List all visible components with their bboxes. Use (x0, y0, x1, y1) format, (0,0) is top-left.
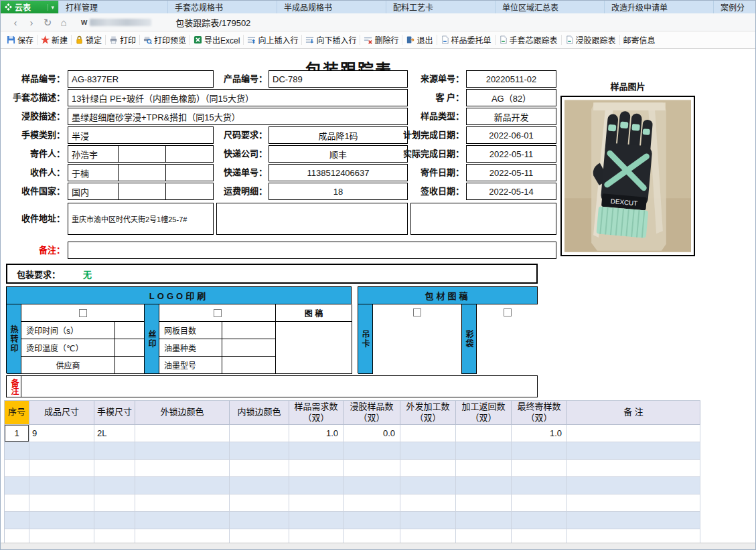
customer-field[interactable]: AG（82） (466, 89, 556, 106)
empty-cell[interactable] (135, 442, 230, 460)
sender-field-2[interactable] (118, 145, 166, 163)
empty-cell[interactable] (512, 460, 567, 477)
table-cell-final-qty[interactable]: 1.0 (512, 425, 567, 442)
yunbiao-logo-button[interactable]: 云表 ▾ (1, 1, 58, 13)
empty-cell[interactable] (289, 512, 344, 529)
sender-field[interactable]: 孙浩宇 (68, 145, 119, 163)
empty-cell[interactable] (456, 529, 512, 544)
supplier-value[interactable] (115, 357, 145, 374)
table-cell-seq[interactable]: 1 (5, 425, 29, 442)
dip-desc-field[interactable]: 墨绿超细磨砂掌浸+TPR&搭扣（同15大货） (68, 108, 408, 125)
empty-cell[interactable] (512, 442, 567, 460)
empty-cell[interactable] (289, 494, 344, 512)
empty-cell[interactable] (456, 477, 512, 494)
empty-cell[interactable] (456, 494, 512, 512)
empty-cell[interactable] (94, 442, 135, 460)
tab-semi-finished-spec[interactable]: 半成品规格书 (277, 1, 386, 13)
empty-cell[interactable] (567, 477, 700, 494)
empty-cell[interactable] (230, 460, 289, 477)
mold-type-field[interactable]: 半浸 (68, 126, 214, 144)
size-req-field[interactable]: 成品降1码 (269, 126, 408, 144)
remark-field[interactable] (68, 242, 556, 259)
ink-model-value[interactable] (222, 357, 276, 374)
empty-cell[interactable] (230, 512, 289, 529)
empty-cell[interactable] (135, 512, 230, 529)
heat-transfer-checkbox[interactable] (79, 309, 87, 317)
address-extra-field-2[interactable] (410, 203, 556, 235)
courier-field[interactable]: 顺丰 (269, 145, 408, 163)
save-button[interactable]: 保存 (3, 31, 37, 48)
empty-cell[interactable] (94, 477, 135, 494)
empty-cell[interactable] (456, 442, 512, 460)
empty-cell[interactable] (344, 442, 400, 460)
heat-time-value[interactable] (115, 322, 145, 339)
empty-cell[interactable] (512, 512, 567, 529)
address-extra-field[interactable] (216, 203, 408, 235)
empty-cell[interactable] (5, 442, 29, 460)
empty-cell[interactable] (512, 529, 567, 544)
empty-cell[interactable] (400, 494, 456, 512)
empty-cell[interactable] (29, 477, 94, 494)
table-cell-inner-lock-color[interactable] (230, 425, 289, 442)
empty-cell[interactable] (567, 494, 700, 512)
packaging-remark-box[interactable]: 备注 (6, 375, 538, 397)
new-button[interactable]: 新建 (37, 31, 71, 48)
tab-case-analysis[interactable]: 案例分 (713, 1, 755, 13)
empty-cell[interactable] (512, 494, 567, 512)
table-cell-outer-lock-color[interactable] (135, 425, 230, 442)
tab-glove-core-spec[interactable]: 手套芯规格书 (167, 1, 277, 13)
country-field-3[interactable] (165, 183, 214, 200)
heat-temp-value[interactable] (115, 339, 145, 357)
silk-print-checkbox[interactable] (214, 309, 222, 317)
tab-ingredient-card[interactable]: 配料工艺卡 (386, 1, 495, 13)
packaging-requirement-value[interactable]: 无 (83, 268, 92, 280)
empty-cell[interactable] (230, 494, 289, 512)
empty-cell[interactable] (344, 460, 400, 477)
empty-cell[interactable] (230, 477, 289, 494)
empty-cell[interactable] (400, 477, 456, 494)
table-cell-need-qty[interactable]: 1.0 (289, 425, 344, 442)
lock-button[interactable]: 锁定 (72, 31, 105, 48)
empty-cell[interactable] (456, 512, 512, 529)
sign-date-field[interactable]: 2022-05-14 (466, 183, 556, 200)
empty-cell[interactable] (29, 494, 94, 512)
table-cell-remark[interactable] (567, 425, 700, 442)
address-field[interactable]: 重庆市渝中区时代天街2号1幢25-7# (68, 203, 214, 235)
glove-desc-field[interactable]: 13针绿白 PE+玻纤（内胆色橡筋）（同15大货） (68, 89, 408, 106)
print-button[interactable]: 打印 (106, 31, 139, 48)
logo-dropdown-arrow[interactable]: ▾ (48, 4, 54, 11)
tab-region-summary[interactable]: 单位区域汇总表 (495, 1, 604, 13)
color-bag-checkbox[interactable] (504, 308, 512, 316)
tracking-no-field[interactable]: 1138512406637 (269, 164, 408, 181)
delete-row-button[interactable]: 删除行 (360, 31, 402, 48)
dipping-tracking-button[interactable]: 浸胶跟踪表 (562, 31, 619, 48)
receiver-field[interactable]: 于楠 (68, 164, 119, 181)
empty-cell[interactable] (135, 477, 230, 494)
empty-cell[interactable] (230, 529, 289, 544)
exit-button[interactable]: 退出 (402, 31, 436, 48)
empty-cell[interactable] (567, 512, 700, 529)
empty-cell[interactable] (344, 512, 400, 529)
empty-cell[interactable] (400, 460, 456, 477)
insert-row-above-button[interactable]: 向上插入行 (244, 31, 301, 48)
country-field-2[interactable] (118, 183, 166, 200)
print-preview-button[interactable]: 打印预览 (140, 31, 190, 48)
receiver-field-3[interactable] (165, 164, 214, 181)
ink-type-value[interactable] (222, 339, 276, 357)
empty-cell[interactable] (567, 442, 700, 460)
empty-cell[interactable] (344, 477, 400, 494)
table-cell-mold-size[interactable]: 2L (94, 425, 135, 442)
empty-cell[interactable] (135, 494, 230, 512)
empty-cell[interactable] (289, 477, 344, 494)
refresh-icon[interactable]: ↻ (40, 17, 56, 27)
empty-cell[interactable] (400, 529, 456, 544)
insert-row-below-button[interactable]: 向下插入行 (302, 31, 360, 48)
empty-cell[interactable] (135, 460, 230, 477)
empty-cell[interactable] (400, 512, 456, 529)
sender-field-3[interactable] (165, 145, 214, 163)
empty-cell[interactable] (29, 529, 94, 544)
empty-cell[interactable] (400, 442, 456, 460)
plan-date-field[interactable]: 2022-06-01 (466, 126, 556, 144)
empty-cell[interactable] (29, 460, 94, 477)
product-no-field[interactable]: DC-789 (269, 70, 408, 88)
